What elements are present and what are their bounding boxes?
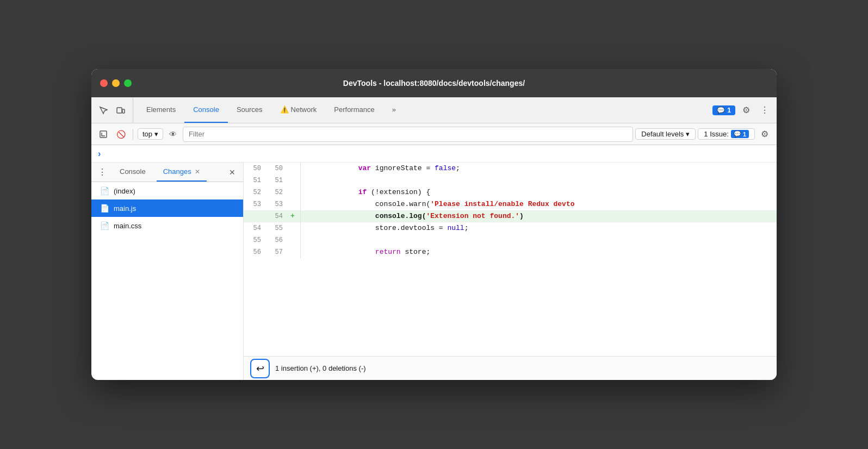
chevron-down-icon-2: ▾ [686,130,690,138]
code-footer: ↩ 1 insertion (+), 0 deletions (-) [244,356,777,380]
panel-menu-button[interactable]: ⋮ [96,166,109,179]
minimize-button[interactable] [112,79,120,87]
device-toggle-icon[interactable] [113,103,128,118]
chat-icon: 💬 [717,107,725,114]
file-icon-mainjs: 📄 [100,204,109,213]
eye-button[interactable]: 👁 [165,127,181,142]
run-script-button[interactable] [96,127,111,142]
messages-badge[interactable]: 💬 1 [712,105,735,115]
code-panel: 50 50 var ignoreState = false; 51 51 [244,163,777,380]
code-line-51: 51 51 [244,174,777,186]
code-content: 50 50 var ignoreState = false; 51 51 [244,163,777,356]
changes-tab-close[interactable]: ✕ [195,168,200,176]
file-item-maincss[interactable]: 📄 main.css [91,217,243,234]
close-panel-button[interactable]: ✕ [226,166,239,179]
svg-rect-1 [122,109,125,113]
file-item-index[interactable]: 📄 (index) [91,182,243,199]
main-content: ⋮ Console Changes ✕ ✕ 📄 (index) 📄 ma [91,163,777,380]
panel-header: ⋮ Console Changes ✕ ✕ [91,163,243,182]
diff-stats: 1 insertion (+), 0 deletions (-) [275,364,366,372]
code-line-52: 52 52 if (!extension) { [244,186,777,198]
code-line-54-55: 54 55 store.devtools = null; [244,222,777,234]
window-title: DevTools - localhost:8080/docs/devtools/… [343,79,525,88]
file-icon-index: 📄 [100,186,109,195]
code-line-53: 53 53 console.warn('Please install/enabl… [244,198,777,210]
devtools-window: DevTools - localhost:8080/docs/devtools/… [91,69,777,380]
tabbar-nav-icons [96,97,133,123]
issues-button[interactable]: 1 Issue: 💬 1 [698,128,755,140]
tab-network[interactable]: ⚠️ Network [271,97,326,123]
file-icon-maincss: 📄 [100,221,109,230]
tabbar-actions: 💬 1 ⚙ ⋮ [712,97,772,123]
tab-console-panel[interactable]: Console [113,163,152,182]
frame-selector[interactable]: top ▾ [138,128,163,140]
tab-list: Elements Console Sources ⚠️ Network Perf… [138,97,712,123]
file-item-mainjs[interactable]: 📄 main.js [91,199,243,217]
tab-changes-panel[interactable]: Changes ✕ [157,163,207,182]
inspect-icon[interactable] [96,103,111,118]
console-settings-button[interactable]: ⚙ [757,127,772,142]
revert-button[interactable]: ↩ [250,359,270,378]
maximize-button[interactable] [124,79,132,87]
tab-more[interactable]: » [383,97,405,123]
filter-input[interactable] [183,127,633,142]
file-list: 📄 (index) 📄 main.js 📄 main.css [91,182,243,380]
window-controls [100,79,132,87]
more-options-button[interactable]: ⋮ [757,103,772,118]
tab-console[interactable]: Console [184,97,228,123]
titlebar: DevTools - localhost:8080/docs/devtools/… [91,69,777,97]
svg-rect-2 [100,131,107,138]
tab-elements[interactable]: Elements [138,97,184,123]
console-prompt: › [91,145,777,163]
separator-1 [133,129,133,140]
stop-button[interactable]: 🚫 [113,127,128,142]
chevron-down-icon: ▾ [154,130,158,138]
network-warning-icon: ⚠️ [280,105,289,114]
revert-icon: ↩ [256,363,264,375]
tab-sources[interactable]: Sources [228,97,271,123]
code-line-54-added: 54 + console.log('Extension not found.') [244,210,777,222]
code-line-50: 50 50 var ignoreState = false; [244,163,777,174]
svg-rect-0 [117,108,122,113]
log-levels-selector[interactable]: Default levels ▾ [635,128,696,140]
console-toolbar: 🚫 top ▾ 👁 Default levels ▾ 1 Issue: 💬 1 … [91,123,777,145]
settings-button[interactable]: ⚙ [739,103,754,118]
code-line-55-56: 55 56 [244,234,777,246]
tab-performance[interactable]: Performance [325,97,383,123]
main-tabbar: Elements Console Sources ⚠️ Network Perf… [91,97,777,123]
code-line-56-57: 56 57 return store; [244,246,777,258]
close-button[interactable] [100,79,108,87]
file-panel: ⋮ Console Changes ✕ ✕ 📄 (index) 📄 ma [91,163,244,380]
issues-count-badge: 💬 1 [731,130,749,138]
chevron-right-icon: › [98,149,101,159]
chat-icon-2: 💬 [734,130,741,138]
